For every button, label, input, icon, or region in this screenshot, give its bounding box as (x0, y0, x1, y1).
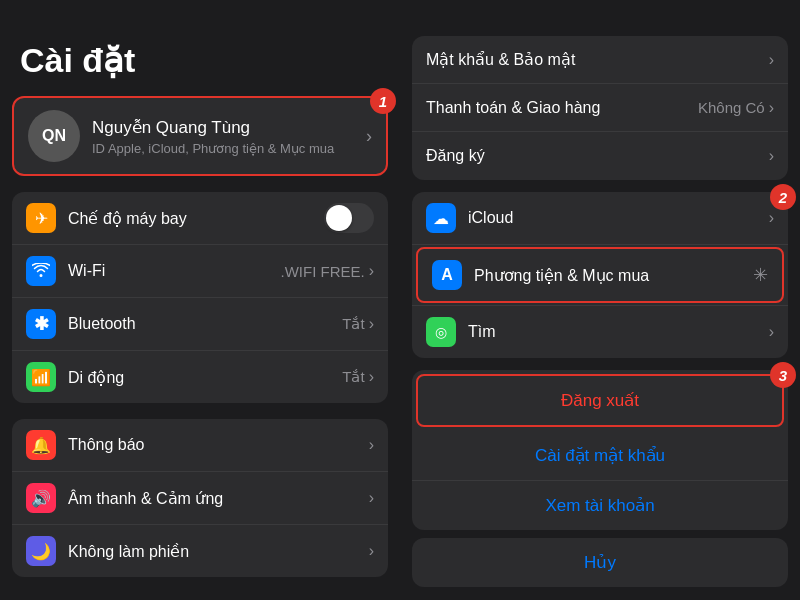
icloud-label: iCloud (468, 209, 769, 227)
airplane-toggle[interactable] (324, 203, 374, 233)
find-row[interactable]: ◎ Tìm › (412, 305, 788, 358)
notification-icon: 🔔 (26, 430, 56, 460)
dnd-icon: 🌙 (26, 536, 56, 566)
profile-chevron: › (366, 126, 372, 147)
wifi-row[interactable]: Wi-Fi .WIFI FREE. › (12, 245, 388, 298)
subscription-chevron: › (769, 147, 774, 165)
bluetooth-label: Bluetooth (68, 315, 342, 333)
step-badge-3: 3 (770, 362, 796, 388)
right-panel: Mật khẩu & Bảo mật › Thanh toán & Giao h… (400, 0, 800, 600)
icloud-row[interactable]: ☁ iCloud › (412, 192, 788, 245)
step-badge-2: 2 (770, 184, 796, 210)
sound-label: Âm thanh & Cảm ứng (68, 489, 369, 508)
notification-label: Thông báo (68, 436, 369, 454)
page-title: Cài đặt (0, 0, 400, 96)
find-label: Tìm (468, 323, 769, 341)
appstore-row-wrapper: A Phương tiện & Mục mua ✳ (416, 247, 784, 303)
cellular-value: Tắt (342, 368, 364, 386)
cellular-icon: 📶 (26, 362, 56, 392)
dangxuat-button[interactable]: Đăng xuất (418, 376, 782, 425)
step-badge-1: 1 (370, 88, 396, 114)
services-group: ☁ iCloud › A Phương tiện & Mục mua ✳ ◎ (412, 192, 788, 358)
icloud-icon: ☁ (426, 203, 456, 233)
left-panel: Cài đặt QN Nguyễn Quang Tùng ID Apple, i… (0, 0, 400, 600)
xemtaikhoan-button[interactable]: Xem tài khoản (412, 481, 788, 530)
notifications-group: 🔔 Thông báo › 🔊 Âm thanh & Cảm ứng › 🌙 K… (12, 419, 388, 577)
profile-name: Nguyễn Quang Tùng (92, 117, 358, 138)
cellular-label: Di động (68, 368, 342, 387)
sound-row[interactable]: 🔊 Âm thanh & Cảm ứng › (12, 472, 388, 525)
bluetooth-icon: ✱ (26, 309, 56, 339)
appstore-icon: A (432, 260, 462, 290)
payment-chevron: › (769, 99, 774, 117)
payment-value: Không Có (698, 99, 765, 116)
appstore-row[interactable]: A Phương tiện & Mục mua ✳ (418, 249, 782, 301)
wifi-icon (26, 256, 56, 286)
wifi-chevron: › (369, 262, 374, 280)
airplane-row[interactable]: ✈ Chế độ máy bay (12, 192, 388, 245)
cellular-chevron: › (369, 368, 374, 386)
airplane-label: Chế độ máy bay (68, 209, 324, 228)
avatar: QN (28, 110, 80, 162)
find-icon: ◎ (426, 317, 456, 347)
dnd-label: Không làm phiền (68, 542, 369, 561)
huy-button[interactable]: Hủy (412, 538, 788, 587)
account-settings-group: Mật khẩu & Bảo mật › Thanh toán & Giao h… (412, 36, 788, 180)
password-row[interactable]: Mật khẩu & Bảo mật › (412, 36, 788, 84)
xemtaikhoan-label: Xem tài khoản (545, 495, 654, 516)
dangxuat-label: Đăng xuất (561, 390, 639, 411)
huy-label: Hủy (584, 552, 616, 573)
password-label: Mật khẩu & Bảo mật (426, 50, 769, 69)
bluetooth-value: Tắt (342, 315, 364, 333)
password-chevron: › (769, 51, 774, 69)
payment-label: Thanh toán & Giao hàng (426, 99, 698, 117)
profile-subtitle: ID Apple, iCloud, Phương tiện & Mục mua (92, 141, 358, 156)
loader-icon: ✳ (753, 264, 768, 286)
icloud-chevron: › (769, 209, 774, 227)
bluetooth-row[interactable]: ✱ Bluetooth Tắt › (12, 298, 388, 351)
subscription-label: Đăng ký (426, 147, 769, 165)
wifi-label: Wi-Fi (68, 262, 281, 280)
appstore-label: Phương tiện & Mục mua (474, 266, 745, 285)
find-chevron: › (769, 323, 774, 341)
notification-chevron: › (369, 436, 374, 454)
sound-icon: 🔊 (26, 483, 56, 513)
action-group: Đăng xuất Cài đặt mật khẩu Xem tài khoản (412, 370, 788, 530)
connectivity-group: ✈ Chế độ máy bay Wi-Fi .WIFI FR (12, 192, 388, 403)
dnd-row[interactable]: 🌙 Không làm phiền › (12, 525, 388, 577)
toggle-knob (326, 205, 352, 231)
sound-chevron: › (369, 489, 374, 507)
caimatkhau-button[interactable]: Cài đặt mật khẩu (412, 431, 788, 481)
huy-group: Hủy (412, 538, 788, 587)
caimatkhau-label: Cài đặt mật khẩu (535, 445, 665, 466)
payment-row[interactable]: Thanh toán & Giao hàng Không Có › (412, 84, 788, 132)
cellular-row[interactable]: 📶 Di động Tắt › (12, 351, 388, 403)
bluetooth-chevron: › (369, 315, 374, 333)
profile-info: Nguyễn Quang Tùng ID Apple, iCloud, Phươ… (92, 117, 358, 156)
dnd-chevron: › (369, 542, 374, 560)
wifi-value: .WIFI FREE. (281, 263, 365, 280)
dangxuat-wrapper: Đăng xuất (416, 374, 784, 427)
profile-row[interactable]: QN Nguyễn Quang Tùng ID Apple, iCloud, P… (12, 96, 388, 176)
notification-row[interactable]: 🔔 Thông báo › (12, 419, 388, 472)
airplane-icon: ✈ (26, 203, 56, 233)
subscription-row[interactable]: Đăng ký › (412, 132, 788, 180)
